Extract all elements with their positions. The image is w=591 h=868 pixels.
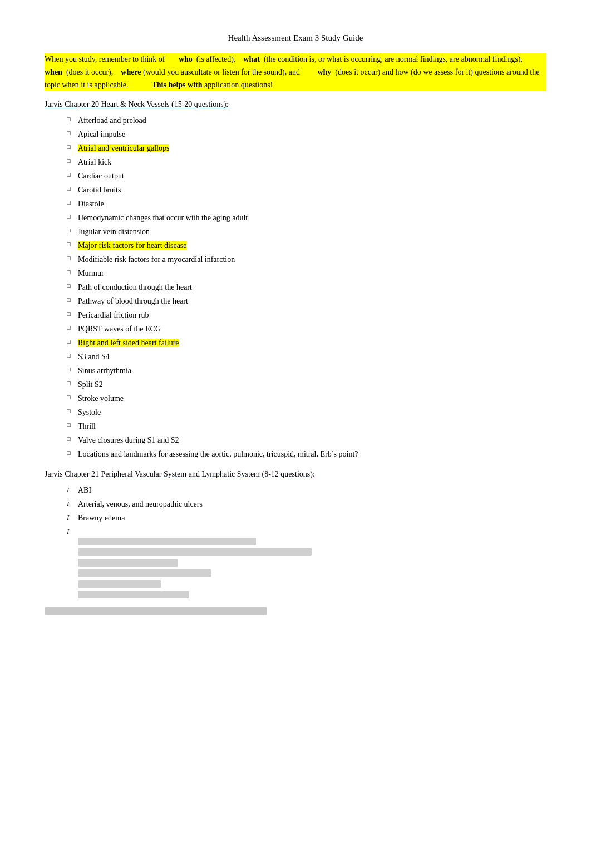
list-item: Apical impulse xyxy=(67,128,546,140)
list-item: Split S2 xyxy=(67,379,546,390)
chapter20-header: Jarvis Chapter 20 Heart & Neck Vessels (… xyxy=(45,100,546,109)
list-item: Atrial kick xyxy=(67,156,546,168)
list-item: Brawny edema xyxy=(67,512,546,524)
list-item: PQRST waves of the ECG xyxy=(67,323,546,335)
list-item: Arterial, venous, and neuropathic ulcers xyxy=(67,498,546,510)
footer-blurred-text xyxy=(45,607,267,615)
list-item: Systole xyxy=(67,406,546,418)
blurred-text xyxy=(78,548,312,556)
list-item: Pericardial friction rub xyxy=(67,309,546,321)
blurred-text xyxy=(78,580,161,588)
chapter21-list: ABI Arterial, venous, and neuropathic ul… xyxy=(45,484,546,598)
list-item: ABI xyxy=(67,484,546,496)
blurred-text xyxy=(78,591,189,598)
list-item: Hemodynamic changes that occur with the … xyxy=(67,212,546,224)
list-item: Pathway of blood through the heart xyxy=(67,295,546,307)
page-title: Health Assessment Exam 3 Study Guide xyxy=(45,33,546,43)
list-item: Cardiac output xyxy=(67,170,546,182)
intro-text: When you study, remember to think of who… xyxy=(45,55,539,89)
list-item: Carotid bruits xyxy=(67,184,546,196)
blurred-text xyxy=(78,538,256,545)
chapter20-list: Afterload and preload Apical impulse Atr… xyxy=(45,115,546,460)
list-item: Valve closures during S1 and S2 xyxy=(67,434,546,446)
list-item: Sinus arrhythmia xyxy=(67,365,546,376)
list-item: Diastole xyxy=(67,198,546,210)
blurred-text xyxy=(78,559,178,567)
list-item: Atrial and ventricular gallops xyxy=(67,142,546,154)
list-item: Stroke volume xyxy=(67,393,546,404)
intro-paragraph: When you study, remember to think of who… xyxy=(45,53,546,91)
list-item: Major risk factors for heart disease xyxy=(67,240,546,251)
blurred-text xyxy=(78,569,211,577)
chapter21-header: Jarvis Chapter 21 Peripheral Vascular Sy… xyxy=(45,470,546,479)
list-item: Jugular vein distension xyxy=(67,226,546,237)
list-item: Modifiable risk factors for a myocardial… xyxy=(67,254,546,265)
list-item: Locations and landmarks for assessing th… xyxy=(67,448,546,460)
list-item: Murmur xyxy=(67,267,546,279)
list-item: Afterload and preload xyxy=(67,115,546,126)
list-item: Thrill xyxy=(67,420,546,432)
list-item: Right and left sided heart failure xyxy=(67,337,546,349)
list-item: Path of conduction through the heart xyxy=(67,281,546,293)
list-item: S3 and S4 xyxy=(67,351,546,363)
list-item-blurred xyxy=(67,526,546,598)
